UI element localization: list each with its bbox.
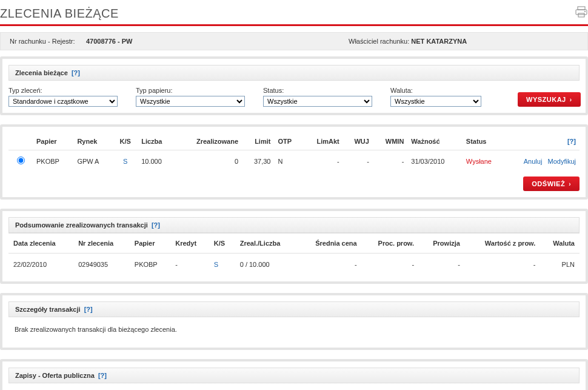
cell-otp: N <box>274 150 302 172</box>
col-wmin: WMIN <box>373 133 407 150</box>
search-button[interactable]: WYSZUKAJ › <box>518 92 581 107</box>
cell-wuj: - <box>343 150 373 172</box>
scell-prowizja: - <box>419 254 465 276</box>
summary-help-link[interactable]: [?] <box>152 221 160 229</box>
print-icon[interactable] <box>575 6 588 21</box>
refresh-button[interactable]: ODŚWIEŻ › <box>523 177 580 191</box>
scol-papier: Papier <box>130 234 170 254</box>
svg-point-3 <box>584 11 586 12</box>
scell-papier: PKOBP <box>130 254 170 276</box>
scell-proc: - <box>362 254 419 276</box>
cell-papier: PKOBP <box>33 150 73 172</box>
cell-zrealizowane: 0 <box>176 150 242 172</box>
scell-nr: 02949035 <box>73 254 130 276</box>
scol-prowizja: Prowizja <box>419 234 465 254</box>
filters-panel: Zlecenia bieżące [?] Typ zleceń: Standar… <box>0 56 588 115</box>
filters-section-title: Zlecenia bieżące <box>15 69 68 76</box>
account-nr-value: 47008776 - PW <box>86 38 132 45</box>
col-waznosc: Ważność <box>407 133 463 150</box>
anuluj-link[interactable]: Anuluj <box>524 158 543 165</box>
status-label: Status: <box>263 87 372 94</box>
account-bar: Nr rachunku - Rejestr: 47008776 - PW Wła… <box>0 32 588 50</box>
details-panel: Szczegóły transakcji [?] Brak zrealizowa… <box>0 293 588 350</box>
zapisy-body: Brak zleceń w wybranej kategorii. <box>8 383 580 390</box>
scol-proc: Proc. prow. <box>362 234 419 254</box>
typ-zlecen-select[interactable]: Standardowe i cząstkowe <box>8 96 118 107</box>
cell-rynek: GPW A <box>73 150 113 172</box>
svg-rect-0 <box>578 7 585 10</box>
details-section-title: Szczegóły transakcji <box>15 306 81 313</box>
refresh-button-label: ODŚWIEŻ <box>532 180 565 187</box>
cell-limit: 37,30 <box>242 150 274 172</box>
row-radio[interactable] <box>17 156 25 164</box>
scol-waluta: Waluta <box>540 234 580 254</box>
waluta-select[interactable]: Wszystkie <box>390 96 481 107</box>
col-liczba: Liczba <box>138 133 175 150</box>
cell-wmin: - <box>373 150 407 172</box>
waluta-label: Waluta: <box>390 87 481 94</box>
zapisy-help-link[interactable]: [?] <box>98 372 107 379</box>
svg-rect-2 <box>578 13 584 17</box>
search-button-label: WYSZUKAJ <box>526 96 566 103</box>
modyfikuj-link[interactable]: Modyfikuj <box>548 158 576 165</box>
scell-cena: - <box>298 254 362 276</box>
account-nr-label: Nr rachunku - Rejestr: <box>10 38 75 45</box>
cell-status: Wysłane <box>466 158 492 165</box>
chevron-right-icon: › <box>570 96 572 103</box>
scol-nr: Nr zlecenia <box>73 234 130 254</box>
typ-papieru-label: Typ papieru: <box>136 87 245 94</box>
cell-liczba: 10.000 <box>138 150 175 172</box>
page-title: ZLECENIA BIEŻĄCE <box>0 7 119 21</box>
scol-cena: Średnia cena <box>298 234 362 254</box>
summary-section-title: Podsumowanie zrealizowanych transakcji <box>15 221 148 229</box>
summary-panel: Podsumowanie zrealizowanych transakcji [… <box>0 209 588 284</box>
orders-help-link[interactable]: [?] <box>567 138 576 145</box>
col-papier: Papier <box>33 133 73 150</box>
scol-wartosc: Wartość z prow. <box>465 234 540 254</box>
scell-data: 22/02/2010 <box>8 254 73 276</box>
scell-wartosc: - <box>465 254 540 276</box>
account-owner-label: Właściciel rachunku: <box>349 38 409 45</box>
table-row: PKOBP GPW A S 10.000 0 37,30 N - - - 31/… <box>8 150 580 172</box>
chevron-right-icon: › <box>569 181 571 187</box>
col-limakt: LimAkt <box>302 133 343 150</box>
typ-zlecen-label: Typ zleceń: <box>8 87 118 94</box>
col-otp: OTP <box>274 133 302 150</box>
scol-kredyt: Kredyt <box>170 234 209 254</box>
col-zrealizowane: Zrealizowane <box>176 133 242 150</box>
zapisy-section-title: Zapisy - Oferta publiczna <box>15 372 95 379</box>
typ-papieru-select[interactable]: Wszystkie <box>136 96 245 107</box>
filters-help-link[interactable]: [?] <box>72 69 80 76</box>
zapisy-panel: Zapisy - Oferta publiczna [?] Brak zlece… <box>0 359 588 390</box>
summary-row: 22/02/2010 02949035 PKOBP - S 0 / 10.000… <box>8 254 580 276</box>
scol-data: Data zlecenia <box>8 234 73 254</box>
col-wuj: WUJ <box>343 133 373 150</box>
divider <box>0 24 588 26</box>
svg-rect-1 <box>576 10 587 15</box>
col-status: Status <box>463 133 507 150</box>
orders-panel: Papier Rynek K/S Liczba Zrealizowane Lim… <box>0 124 588 200</box>
scol-ks: K/S <box>209 234 235 254</box>
scell-waluta: PLN <box>540 254 580 276</box>
col-rynek: Rynek <box>73 133 113 150</box>
scell-kredyt: - <box>170 254 209 276</box>
cell-waznosc: 31/03/2010 <box>407 150 463 172</box>
col-limit: Limit <box>242 133 274 150</box>
scell-ks[interactable]: S <box>214 261 218 268</box>
cell-ks[interactable]: S <box>123 158 127 165</box>
scell-zreal: 0 / 10.000 <box>235 254 298 276</box>
scol-zreal: Zreal./Liczba <box>235 234 298 254</box>
col-ks: K/S <box>113 133 138 150</box>
details-body: Brak zrealizowanych transakcji dla bieżą… <box>8 317 580 341</box>
details-help-link[interactable]: [?] <box>84 306 93 313</box>
cell-limakt: - <box>302 150 343 172</box>
account-owner-value: NET KATARZYNA <box>411 38 467 45</box>
status-select[interactable]: Wszystkie <box>263 96 372 107</box>
